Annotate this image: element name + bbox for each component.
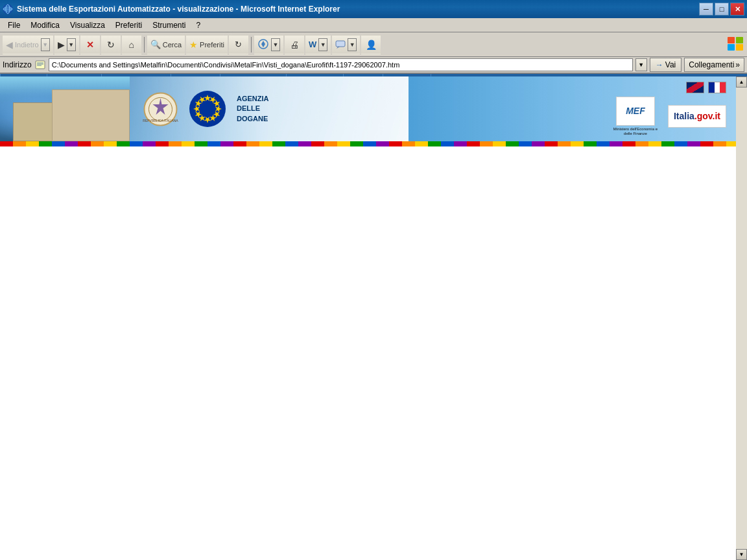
word-icon: W xyxy=(309,40,316,49)
svg-text:REPVBBLICA ITALIANA: REPVBBLICA ITALIANA xyxy=(143,119,178,122)
italia-logo[interactable]: Italia.gov.it xyxy=(668,105,726,128)
print-icon: 🖨 xyxy=(290,40,299,50)
refresh-button[interactable]: ↻ xyxy=(101,35,121,54)
word-button[interactable]: W ▼ xyxy=(305,35,331,54)
address-label: Indirizzo xyxy=(3,60,32,69)
banner-photo-bg xyxy=(0,76,130,141)
winxp-logo xyxy=(726,36,744,54)
back-button[interactable]: ◀ Indietro ▼ xyxy=(3,35,53,54)
flag-row xyxy=(686,82,726,93)
discuss-icon xyxy=(335,39,346,51)
history-button[interactable]: ▼ xyxy=(254,35,283,54)
favorites-star-icon: ★ xyxy=(189,40,198,50)
search-icon: 🔍 xyxy=(150,40,161,49)
menu-preferiti[interactable]: Preferiti xyxy=(110,19,147,31)
close-button[interactable]: ✕ xyxy=(730,3,744,16)
go-button[interactable]: → Vai xyxy=(650,58,682,72)
scrollbar[interactable]: ▲ ▼ xyxy=(736,76,747,560)
mef-container: MEF Ministero dell'Economia e delle Fina… xyxy=(613,97,658,136)
separator-2 xyxy=(251,37,252,52)
scroll-up-button[interactable]: ▲ xyxy=(736,76,747,88)
content-area: REPVBBLICA ITALIANA xyxy=(0,76,736,560)
menu-visualizza[interactable]: Visualizza xyxy=(65,19,110,31)
mef-subtext: Ministero dell'Economia e delle Finanze xyxy=(613,127,658,136)
menu-modifica[interactable]: Modifica xyxy=(25,19,65,31)
url-input[interactable] xyxy=(49,58,633,71)
ie-icon xyxy=(3,4,13,14)
history-icon xyxy=(257,38,269,51)
separator-1 xyxy=(144,37,145,52)
go-arrow-icon: → xyxy=(656,60,663,69)
scroll-down-button[interactable]: ▼ xyxy=(736,549,747,560)
home-icon: ⌂ xyxy=(128,40,134,50)
forward-dropdown[interactable]: ▼ xyxy=(67,38,76,51)
svg-marker-5 xyxy=(261,41,265,47)
forward-button[interactable]: ▶ ▼ xyxy=(54,35,79,54)
home-button[interactable]: ⌂ xyxy=(122,35,141,54)
stop-button[interactable]: ✕ xyxy=(80,35,100,54)
svg-rect-8 xyxy=(728,37,735,43)
maximize-button[interactable]: □ xyxy=(715,3,729,16)
banner-blue-section: MEF Ministero dell'Economia e delle Fina… xyxy=(409,76,736,141)
banner-logo-section: REPVBBLICA ITALIANA xyxy=(130,76,409,141)
back-dropdown[interactable]: ▼ xyxy=(41,38,50,51)
svg-rect-12 xyxy=(36,61,45,69)
uk-flag[interactable] xyxy=(686,82,704,93)
search-button[interactable]: 🔍 Cerca xyxy=(147,35,185,54)
banner-photo xyxy=(0,76,130,141)
svg-rect-10 xyxy=(728,44,735,51)
title-bar: Sistema delle Esportazioni Automatizzato… xyxy=(0,0,747,18)
menu-bar: File Modifica Visualizza Preferiti Strum… xyxy=(0,18,747,32)
building-2 xyxy=(52,89,130,141)
rainbow-stripe xyxy=(0,141,736,146)
media-icon: ↻ xyxy=(235,40,242,49)
ministry-logos: MEF Ministero dell'Economia e delle Fina… xyxy=(613,97,726,136)
address-bar: Indirizzo ▼ → Vai Collegamenti » xyxy=(0,57,747,74)
toolbar: ◀ Indietro ▼ ▶ ▼ ✕ ↻ ⌂ 🔍 Cerca ★ Preferi… xyxy=(0,32,747,57)
scroll-track[interactable] xyxy=(736,88,747,549)
eu-star-logo xyxy=(188,89,227,128)
word-dropdown[interactable]: ▼ xyxy=(318,38,327,51)
discuss-button[interactable]: ▼ xyxy=(332,35,360,54)
back-arrow-icon: ◀ xyxy=(6,40,13,50)
menu-strumenti[interactable]: Strumenti xyxy=(147,19,191,31)
history-dropdown[interactable]: ▼ xyxy=(271,38,280,51)
links-button[interactable]: Collegamenti » xyxy=(684,58,744,72)
media-button[interactable]: ↻ xyxy=(229,35,248,54)
refresh-icon: ↻ xyxy=(107,40,115,50)
forward-arrow-icon: ▶ xyxy=(58,40,65,50)
agency-name: AGENZIA DELLE DOGANE xyxy=(237,94,269,124)
italian-seal-logo: REPVBBLICA ITALIANA xyxy=(143,91,178,127)
svg-rect-11 xyxy=(736,44,743,51)
print-button[interactable]: 🖨 xyxy=(285,35,304,54)
title-text: Sistema delle Esportazioni Automatizzato… xyxy=(17,5,340,14)
menu-help[interactable]: ? xyxy=(191,19,206,31)
page-icon xyxy=(34,59,46,71)
messenger-icon: 👤 xyxy=(366,40,377,50)
links-chevron-icon: » xyxy=(735,60,740,69)
menu-file[interactable]: File xyxy=(3,19,25,31)
discuss-dropdown[interactable]: ▼ xyxy=(348,38,357,51)
stop-icon: ✕ xyxy=(86,40,94,50)
messenger-button[interactable]: 👤 xyxy=(361,35,381,54)
mef-logo[interactable]: MEF xyxy=(616,97,655,126)
svg-rect-6 xyxy=(336,41,345,47)
favorites-button[interactable]: ★ Preferiti xyxy=(186,35,228,54)
french-flag[interactable] xyxy=(708,82,726,93)
page-banner: REPVBBLICA ITALIANA xyxy=(0,76,736,141)
minimize-button[interactable]: ─ xyxy=(699,3,713,16)
svg-rect-9 xyxy=(736,37,743,43)
address-dropdown[interactable]: ▼ xyxy=(635,58,647,71)
